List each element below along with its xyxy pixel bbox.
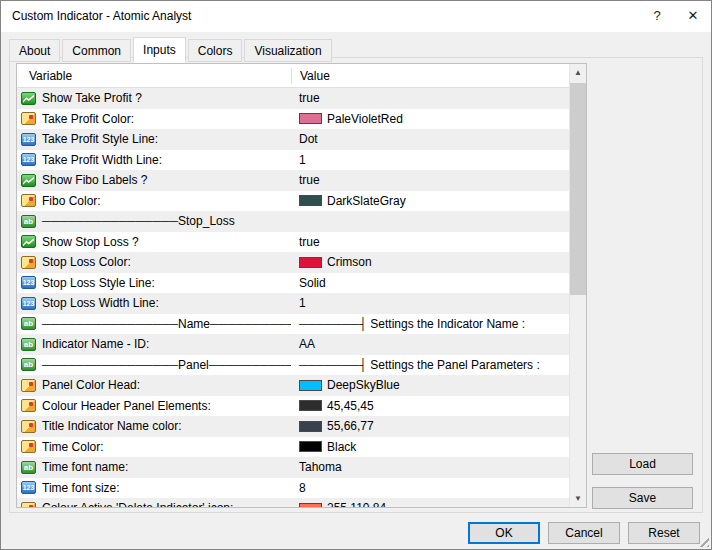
save-button[interactable]: Save (592, 487, 693, 509)
value-text: ───────┤ Settings the Panel Parameters : (299, 358, 540, 372)
value-cell[interactable]: Solid (291, 276, 569, 290)
reset-button[interactable]: Reset (628, 522, 700, 544)
table-row[interactable]: Take Profit Style Line: Dot (17, 129, 569, 150)
row-type-icon (21, 358, 36, 371)
scroll-up-icon[interactable]: ▲ (570, 64, 586, 81)
table-row[interactable]: Take Profit Width Line: 1 (17, 150, 569, 171)
table-row[interactable]: Colour Header Panel Elements: 45,45,45 (17, 396, 569, 417)
variable-name: Fibo Color: (42, 194, 101, 208)
value-text: 45,45,45 (327, 399, 374, 413)
table-row[interactable]: Show Take Profit ? true (17, 88, 569, 109)
value-cell[interactable]: 1 (291, 153, 569, 167)
table-row[interactable]: Stop Loss Style Line: Solid (17, 273, 569, 294)
value-text: true (299, 91, 320, 105)
variable-name: ────────────────Panel────────────── (42, 358, 291, 372)
table-row[interactable]: Stop Loss Width Line: 1 (17, 293, 569, 314)
value-text: Tahoma (299, 460, 342, 474)
variable-cell: Show Stop Loss ? (17, 235, 291, 249)
row-type-icon (21, 297, 36, 310)
column-header-value[interactable]: Value (291, 68, 569, 84)
variable-cell: Time font size: (17, 481, 291, 495)
table-row[interactable]: Fibo Color: DarkSlateGray (17, 191, 569, 212)
value-text: 1 (299, 296, 306, 310)
variable-name: Title Indicator Name color: (42, 419, 182, 433)
table-row[interactable]: Stop Loss Color: Crimson (17, 252, 569, 273)
variable-name: ────────────────Stop_Loss (42, 214, 235, 228)
color-swatch (299, 380, 322, 391)
variable-cell: Stop Loss Width Line: (17, 296, 291, 310)
table-row[interactable]: Panel Color Head: DeepSkyBlue (17, 375, 569, 396)
value-text: ───────┤ Settings the Indicator Name : (299, 317, 525, 331)
value-cell[interactable]: 8 (291, 481, 569, 495)
table-row[interactable]: ────────────────Panel────────────── ────… (17, 355, 569, 376)
tab-visualization[interactable]: Visualization (244, 39, 331, 62)
variable-cell: Colour Active 'Delete Indicator' icon: (17, 501, 291, 508)
table-row[interactable]: ────────────────Name────────────... ────… (17, 314, 569, 335)
value-cell[interactable]: 255,110,84 (291, 501, 569, 508)
vertical-scrollbar[interactable]: ▲ ▼ (569, 64, 586, 507)
value-cell[interactable]: 55,66,77 (291, 419, 569, 433)
table-row[interactable]: Show Stop Loss ? true (17, 232, 569, 253)
variable-cell: Title Indicator Name color: (17, 419, 291, 433)
value-text: Solid (299, 276, 326, 290)
column-header-variable[interactable]: Variable (17, 69, 291, 83)
value-text: true (299, 173, 320, 187)
table-row[interactable]: Colour Active 'Delete Indicator' icon: 2… (17, 498, 569, 508)
row-type-icon (21, 379, 36, 392)
table-row[interactable]: Take Profit Color: PaleVioletRed (17, 109, 569, 130)
table-row[interactable]: Time Color: Black (17, 437, 569, 458)
value-cell[interactable]: PaleVioletRed (291, 112, 569, 126)
row-type-icon (21, 481, 36, 494)
value-cell[interactable]: true (291, 173, 569, 187)
table-row[interactable]: ────────────────Stop_Loss (17, 211, 569, 232)
value-cell[interactable]: 45,45,45 (291, 399, 569, 413)
variable-cell: ────────────────Panel────────────── (17, 358, 291, 372)
table-row[interactable]: Show Fibo Labels ? true (17, 170, 569, 191)
cancel-button[interactable]: Cancel (548, 522, 620, 544)
variable-cell: Stop Loss Color: (17, 255, 291, 269)
value-cell[interactable]: DeepSkyBlue (291, 378, 569, 392)
color-swatch (299, 400, 322, 411)
variable-cell: Stop Loss Style Line: (17, 276, 291, 290)
value-cell[interactable]: AA (291, 337, 569, 351)
variable-cell: Indicator Name - ID: (17, 337, 291, 351)
value-cell[interactable]: true (291, 235, 569, 249)
row-type-icon (21, 194, 36, 207)
value-text: PaleVioletRed (327, 112, 403, 126)
tab-inputs[interactable]: Inputs (133, 37, 186, 63)
variable-cell: Take Profit Width Line: (17, 153, 291, 167)
value-cell[interactable]: Black (291, 440, 569, 454)
variable-name: Take Profit Style Line: (42, 132, 158, 146)
variable-name: Panel Color Head: (42, 378, 140, 392)
value-cell[interactable]: Dot (291, 132, 569, 146)
variable-name: Colour Active 'Delete Indicator' icon: (42, 501, 233, 508)
close-button[interactable]: ✕ (675, 1, 711, 31)
row-type-icon (21, 399, 36, 412)
table-row[interactable]: Title Indicator Name color: 55,66,77 (17, 416, 569, 437)
load-button[interactable]: Load (592, 453, 693, 475)
title-bar: Custom Indicator - Atomic Analyst ? ✕ (1, 1, 711, 32)
variable-name: Indicator Name - ID: (42, 337, 149, 351)
ok-button[interactable]: OK (468, 522, 540, 544)
value-cell[interactable]: 1 (291, 296, 569, 310)
table-row[interactable]: Time font size: 8 (17, 478, 569, 499)
color-swatch (299, 441, 322, 452)
value-cell[interactable]: DarkSlateGray (291, 194, 569, 208)
value-cell[interactable]: ───────┤ Settings the Indicator Name : (291, 317, 569, 331)
tab-common[interactable]: Common (62, 39, 131, 62)
value-cell[interactable]: Tahoma (291, 460, 569, 474)
value-text: AA (299, 337, 315, 351)
help-button[interactable]: ? (639, 1, 675, 31)
table-row[interactable]: Indicator Name - ID: AA (17, 334, 569, 355)
row-type-icon (21, 461, 36, 474)
value-cell[interactable]: ───────┤ Settings the Panel Parameters : (291, 358, 569, 372)
value-cell[interactable]: Crimson (291, 255, 569, 269)
value-cell[interactable]: true (291, 91, 569, 105)
scroll-down-icon[interactable]: ▼ (570, 490, 586, 507)
color-swatch (299, 195, 322, 206)
tab-about[interactable]: About (9, 39, 60, 62)
scrollbar-thumb[interactable] (570, 83, 586, 295)
table-row[interactable]: Time font name: Tahoma (17, 457, 569, 478)
tab-colors[interactable]: Colors (188, 39, 243, 62)
row-type-icon (21, 420, 36, 433)
